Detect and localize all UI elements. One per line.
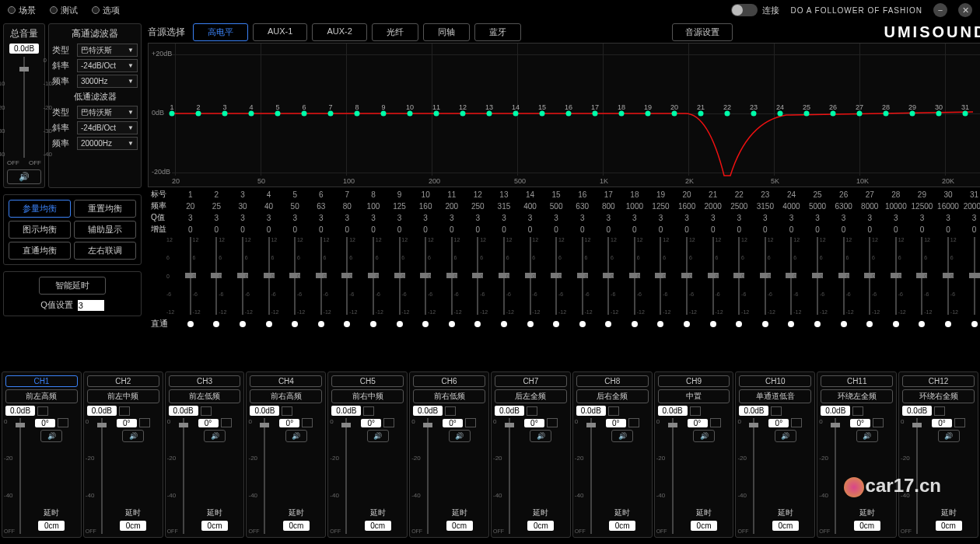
eq-node-3[interactable] (222, 111, 228, 117)
ch-fader-CH5[interactable]: 0-20-40OFF (331, 418, 350, 534)
eq-node-2[interactable] (196, 111, 201, 117)
ch-name-CH1[interactable]: 前左高频 (5, 389, 78, 403)
ch-mute-CH3[interactable] (201, 406, 212, 416)
bypass-2[interactable] (204, 319, 230, 329)
mode-graphic-eq[interactable]: 图示均衡 (9, 221, 71, 239)
eq-node-12[interactable] (460, 111, 466, 117)
ch-mute-CH10[interactable] (771, 406, 782, 416)
ch-solo-CH6[interactable]: 🔊 (449, 430, 471, 442)
ch-mute-CH2[interactable] (119, 406, 130, 416)
ch-invert-CH7[interactable] (547, 418, 558, 427)
ch-solo-CH9[interactable]: 🔊 (693, 430, 715, 442)
lpf-freq-select[interactable]: 20000Hz▼ (77, 137, 138, 150)
ch-gain-CH7[interactable]: 0.0dB (495, 406, 524, 416)
ch-invert-CH3[interactable] (221, 418, 232, 427)
ch-select-CH1[interactable]: CH1 (5, 375, 78, 387)
ch-gain-CH6[interactable]: 0.0dB (413, 406, 443, 416)
ch-phase-CH1[interactable]: 0° (35, 419, 55, 427)
mode-aux-display[interactable]: 辅助显示 (74, 221, 136, 239)
ch-phase-CH12[interactable]: 0° (932, 419, 952, 427)
bypass-24[interactable] (779, 319, 805, 329)
bypass-19[interactable] (648, 319, 674, 329)
eq-node-28[interactable] (884, 111, 889, 117)
ch-solo-CH10[interactable]: 🔊 (775, 430, 796, 442)
ch-name-CH5[interactable]: 前右中频 (331, 389, 404, 403)
ch-fader-CH3[interactable]: 0-20-40OFF (169, 418, 187, 534)
eq-node-23[interactable] (751, 111, 757, 117)
eq-node-31[interactable] (963, 111, 968, 117)
mode-reset-eq[interactable]: 重置均衡 (74, 200, 136, 218)
ch-gain-CH4[interactable]: 0.0dB (250, 406, 279, 416)
ch-select-CH12[interactable]: CH12 (902, 375, 975, 387)
eq-slider-31[interactable]: 1260-6-12 (961, 237, 980, 315)
eq-node-29[interactable] (910, 111, 915, 117)
eq-node-5[interactable] (275, 111, 281, 117)
bypass-17[interactable] (596, 319, 622, 329)
hpf-freq-select[interactable]: 3000Hz▼ (77, 75, 138, 88)
bypass-23[interactable] (752, 319, 779, 329)
ch-solo-CH1[interactable]: 🔊 (40, 430, 62, 442)
eq-node-14[interactable] (513, 111, 519, 117)
bypass-7[interactable] (334, 319, 361, 329)
eq-node-19[interactable] (646, 111, 651, 117)
ch-invert-CH8[interactable] (628, 418, 639, 427)
ch-gain-CH2[interactable]: 0.0dB (87, 406, 117, 416)
ch-mute-CH4[interactable] (282, 406, 292, 416)
bypass-26[interactable] (831, 319, 857, 329)
ch-gain-CH1[interactable]: 0.0dB (5, 406, 35, 416)
menu-test[interactable]: 测试 (50, 5, 78, 16)
bypass-15[interactable] (543, 319, 569, 329)
bypass-31[interactable] (961, 319, 980, 329)
ch-invert-CH11[interactable] (873, 418, 884, 427)
ch-select-CH6[interactable]: CH6 (413, 375, 485, 387)
ch-solo-CH12[interactable]: 🔊 (938, 430, 960, 442)
ch-delay-CH9[interactable]: 0cm (691, 521, 717, 531)
ch-phase-CH8[interactable]: 0° (606, 419, 626, 427)
source-settings-button[interactable]: 音源设置 (672, 23, 733, 41)
eq-node-11[interactable] (434, 111, 439, 117)
eq-node-26[interactable] (831, 111, 836, 117)
eq-node-17[interactable] (593, 111, 598, 117)
eq-node-15[interactable] (540, 111, 545, 117)
ch-delay-CH5[interactable]: 0cm (365, 521, 391, 531)
ch-delay-CH1[interactable]: 0cm (38, 521, 65, 531)
ch-name-CH11[interactable]: 环绕左全频 (821, 389, 893, 403)
eq-graph[interactable]: +20dB 0dB -20dB 20501002005001K2K5K10K20… (148, 43, 980, 187)
ch-invert-CH9[interactable] (710, 418, 721, 427)
bypass-18[interactable] (621, 319, 648, 329)
ch-delay-CH6[interactable]: 0cm (446, 521, 473, 531)
ch-gain-CH8[interactable]: 0.0dB (576, 406, 606, 416)
ch-delay-CH7[interactable]: 0cm (527, 521, 554, 531)
ch-delay-CH10[interactable]: 0cm (772, 521, 799, 531)
ch-phase-CH10[interactable]: 0° (768, 419, 789, 427)
menu-scene[interactable]: 场景 (8, 5, 36, 16)
ch-solo-CH2[interactable]: 🔊 (122, 430, 144, 442)
eq-node-13[interactable] (487, 111, 492, 117)
eq-node-27[interactable] (857, 111, 863, 117)
smart-delay-button[interactable]: 智能延时 (39, 277, 106, 295)
source-AUX-2[interactable]: AUX-2 (312, 23, 366, 41)
ch-gain-CH10[interactable]: 0.0dB (739, 406, 768, 416)
ch-phase-CH7[interactable]: 0° (524, 419, 544, 427)
ch-invert-CH12[interactable] (954, 418, 965, 427)
bypass-29[interactable] (909, 319, 936, 329)
ch-phase-CH6[interactable]: 0° (443, 419, 463, 427)
menu-options[interactable]: 选项 (92, 5, 120, 16)
lpf-type-select[interactable]: 巴特沃斯▼ (77, 106, 138, 119)
eq-node-1[interactable] (170, 111, 175, 117)
ch-invert-CH6[interactable] (465, 418, 476, 427)
ch-name-CH8[interactable]: 后右全频 (576, 389, 649, 403)
ch-select-CH7[interactable]: CH7 (495, 375, 567, 387)
ch-delay-CH4[interactable]: 0cm (283, 521, 310, 531)
bypass-8[interactable] (360, 319, 387, 329)
ch-select-CH11[interactable]: CH11 (821, 375, 893, 387)
minimize-icon[interactable]: − (933, 3, 947, 17)
ch-solo-CH11[interactable]: 🔊 (856, 430, 878, 442)
eq-node-22[interactable] (725, 111, 730, 117)
bypass-10[interactable] (412, 319, 439, 329)
ch-delay-CH8[interactable]: 0cm (609, 521, 635, 531)
eq-node-18[interactable] (619, 111, 625, 117)
ch-name-CH3[interactable]: 前左低频 (169, 389, 241, 403)
ch-phase-CH2[interactable]: 0° (117, 419, 137, 427)
ch-name-CH6[interactable]: 前右低频 (413, 389, 485, 403)
